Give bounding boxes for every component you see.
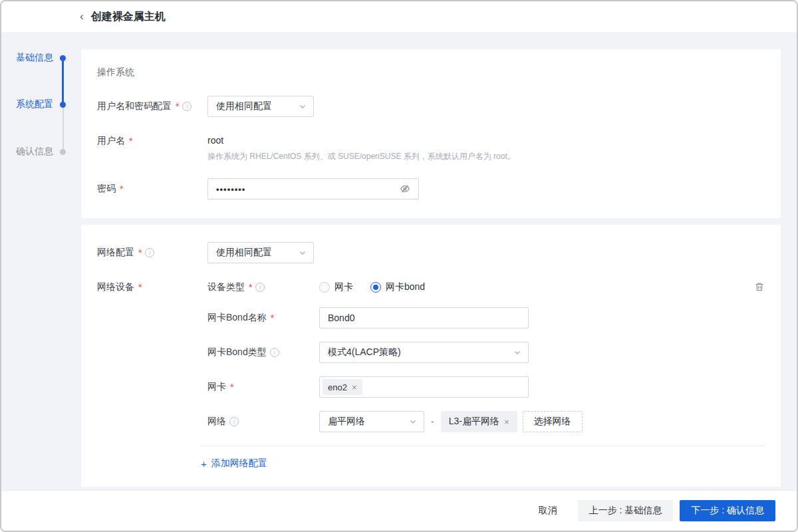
radio-unchecked-icon: [319, 282, 330, 293]
input-value: Bond0: [328, 313, 354, 323]
chevron-down-icon: [513, 348, 521, 356]
required-mark: *: [138, 247, 142, 258]
step-dot-icon: [60, 55, 66, 61]
app-window: ‹ 创建裸金属主机 基础信息 系统配置 确认信息 操作系统: [0, 0, 798, 532]
chevron-down-icon: [299, 249, 307, 257]
credential-config-label: 用户名和密码配置* i: [97, 96, 207, 112]
label-text: 用户名和密码配置: [97, 100, 172, 112]
cancel-button[interactable]: 取消: [532, 500, 564, 521]
plus-icon: +: [201, 458, 207, 469]
os-section-title: 操作系统: [97, 66, 765, 78]
network-device-label: 网络设备*: [97, 277, 207, 293]
required-mark: *: [270, 313, 274, 323]
close-icon[interactable]: ×: [504, 418, 509, 426]
label-text: 网卡Bond类型: [207, 346, 267, 358]
network-tag: L3-扁平网络 ×: [441, 411, 517, 432]
page-header: ‹ 创建裸金属主机: [1, 1, 797, 33]
os-card: 操作系统 用户名和密码配置* i 使用相同配置 用户名*: [81, 49, 781, 218]
eye-invisible-icon[interactable]: [400, 184, 410, 194]
nic-label: 网卡*: [207, 376, 319, 393]
password-masked-value: ••••••••: [216, 184, 245, 194]
step-dot-icon: [60, 149, 66, 155]
select-value: 使用相同配置: [216, 100, 272, 112]
password-row: 密码* ••••••••: [97, 178, 765, 200]
tag-text: L3-扁平网络: [449, 416, 499, 428]
device-type-label: 设备类型* i: [207, 277, 319, 293]
close-icon[interactable]: ×: [352, 383, 357, 392]
required-mark: *: [138, 282, 142, 293]
radio-nic[interactable]: 网卡: [319, 281, 353, 293]
network-config-select[interactable]: 使用相同配置: [207, 242, 314, 263]
prev-step-button[interactable]: 上一步 : 基础信息: [578, 500, 674, 521]
network-card: 网络配置* i 使用相同配置 网络设备*: [81, 225, 781, 487]
network-label: 网络 i: [207, 411, 319, 428]
required-mark: *: [229, 382, 233, 392]
radio-nic-bond[interactable]: 网卡bond: [370, 281, 425, 293]
info-icon[interactable]: i: [270, 348, 279, 357]
device-config-block: 设备类型* i 网卡 网卡bond: [207, 277, 765, 432]
step-connector-pending: [63, 104, 64, 152]
label-text: 网络配置: [97, 247, 134, 259]
info-icon[interactable]: i: [182, 102, 192, 111]
step-confirm-info[interactable]: 确认信息: [16, 146, 66, 157]
form-main: 操作系统 用户名和密码配置* i 使用相同配置 用户名*: [81, 33, 797, 490]
network-row: 网络 i 扁平网络 - L3-扁平网络: [207, 411, 765, 432]
username-value: root: [207, 130, 515, 146]
select-value: 扁平网络: [328, 416, 365, 428]
password-field[interactable]: ••••••••: [207, 178, 419, 200]
bond-type-row: 网卡Bond类型 i 模式4(LACP策略): [207, 342, 765, 363]
network-device-row: 网络设备* 设备类型* i 网卡: [97, 277, 765, 432]
radio-checked-icon: [370, 282, 381, 293]
back-icon[interactable]: ‹: [80, 11, 84, 23]
step-basic-info[interactable]: 基础信息: [16, 53, 66, 63]
label-text: 网络设备: [97, 281, 134, 293]
username-label: 用户名*: [97, 130, 207, 147]
label-text: 网卡: [207, 381, 226, 393]
required-mark: *: [119, 184, 123, 194]
network-controls: 扁平网络 - L3-扁平网络 × 选择网络: [319, 411, 583, 432]
dash-separator: -: [431, 416, 434, 427]
steps-sidebar: 基础信息 系统配置 确认信息: [1, 33, 81, 490]
step-label: 确认信息: [16, 146, 53, 158]
label-text: 用户名: [97, 135, 125, 147]
network-type-select[interactable]: 扁平网络: [319, 411, 424, 432]
step-connector-done: [62, 58, 64, 104]
select-network-button[interactable]: 选择网络: [523, 411, 583, 432]
select-value: 模式4(LACP策略): [328, 346, 401, 358]
add-network-config-link[interactable]: + 添加网络配置: [201, 458, 267, 469]
username-row: 用户名* root 操作系统为 RHEL/CentOS 系列、或 SUSE/op…: [97, 130, 765, 162]
step-label: 系统配置: [16, 98, 53, 110]
info-icon[interactable]: i: [229, 417, 239, 426]
page-content: 基础信息 系统配置 确认信息 操作系统 用户名和密码配置* i: [1, 33, 797, 490]
step-label: 基础信息: [16, 52, 53, 64]
required-mark: *: [175, 101, 179, 112]
device-type-radio-group: 网卡 网卡bond: [319, 277, 425, 293]
username-hint: 操作系统为 RHEL/CentOS 系列、或 SUSE/openSUSE 系列，…: [207, 151, 515, 162]
bond-name-label: 网卡Bond名称*: [207, 307, 319, 324]
info-icon[interactable]: i: [255, 283, 265, 292]
trash-icon[interactable]: [754, 277, 765, 294]
page-title: 创建裸金属主机: [91, 10, 166, 24]
nic-tag-input[interactable]: eno2 ×: [319, 376, 529, 398]
network-config-label: 网络配置* i: [97, 242, 207, 259]
device-type-row: 设备类型* i 网卡 网卡bond: [207, 277, 765, 294]
label-text: 网卡Bond名称: [207, 312, 267, 324]
step-system-config[interactable]: 系统配置: [16, 99, 66, 110]
password-label: 密码*: [97, 178, 207, 195]
footer-bar: 取消 上一步 : 基础信息 下一步 : 确认信息: [1, 490, 797, 531]
next-step-button[interactable]: 下一步 : 确认信息: [680, 500, 775, 521]
credential-config-row: 用户名和密码配置* i 使用相同配置: [97, 96, 765, 117]
nic-row: 网卡* eno2 ×: [207, 376, 765, 398]
chevron-down-icon: [299, 102, 307, 110]
required-mark: *: [128, 136, 132, 146]
add-link-label: 添加网络配置: [211, 458, 267, 469]
credential-config-select[interactable]: 使用相同配置: [207, 96, 314, 117]
select-value: 使用相同配置: [216, 247, 272, 259]
bond-type-select[interactable]: 模式4(LACP策略): [319, 342, 529, 363]
radio-label: 网卡: [334, 281, 353, 293]
info-icon[interactable]: i: [145, 248, 154, 257]
required-mark: *: [248, 282, 252, 293]
bond-name-input[interactable]: Bond0: [319, 307, 529, 329]
chevron-down-icon: [409, 418, 417, 426]
nic-tag: eno2 ×: [323, 379, 362, 395]
